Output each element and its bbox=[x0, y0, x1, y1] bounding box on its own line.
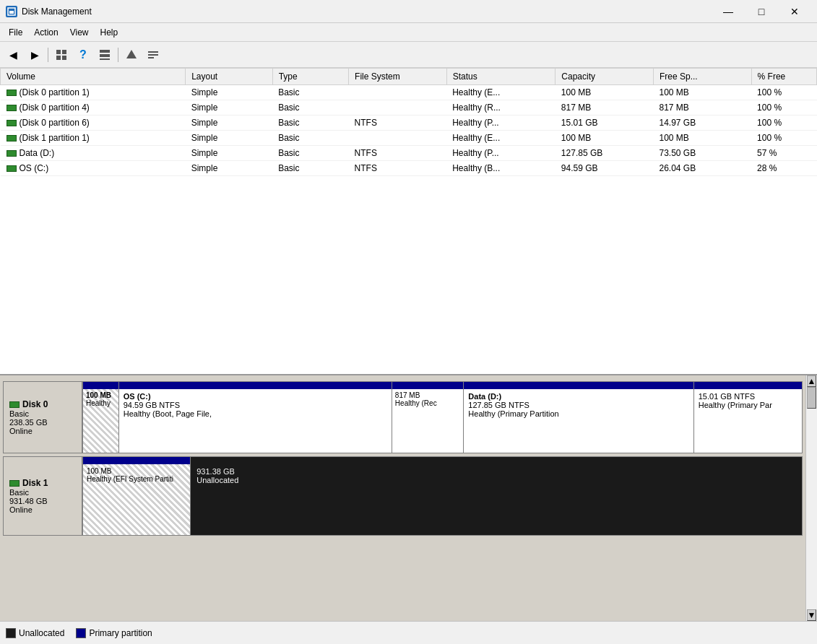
col-status[interactable]: Status bbox=[446, 69, 556, 85]
table-row[interactable]: (Disk 1 partition 1) Simple Basic Health… bbox=[1, 131, 817, 146]
table-row[interactable]: (Disk 0 partition 4) Simple Basic Health… bbox=[1, 100, 817, 116]
menu-bar: File Action View Help bbox=[0, 23, 817, 42]
svg-marker-9 bbox=[126, 50, 137, 58]
col-volume[interactable]: Volume bbox=[1, 69, 186, 85]
svg-rect-10 bbox=[148, 51, 158, 53]
disk1-partitions: 100 MB Healthy (EFI System Partiti 931.3… bbox=[83, 457, 802, 535]
d1p2-size: 931.38 GB bbox=[196, 467, 796, 476]
d0p3-status: Healthy (Rec bbox=[395, 399, 461, 407]
disk0-partitions: 100 MB Healthy OS (C:) 94.59 GB NTFS Hea… bbox=[83, 382, 802, 453]
disk0-part5[interactable]: 15.01 GB NTFS Healthy (Primary Par bbox=[694, 382, 802, 453]
main-content: Volume Layout Type File System Status Ca… bbox=[0, 68, 817, 644]
svg-rect-7 bbox=[100, 54, 110, 57]
volume-table: Volume Layout Type File System Status Ca… bbox=[0, 68, 817, 176]
show-list-button[interactable] bbox=[51, 45, 72, 65]
menu-view[interactable]: View bbox=[64, 26, 95, 39]
disk0-part2[interactable]: OS (C:) 94.59 GB NTFS Healthy (Boot, Pag… bbox=[119, 382, 392, 453]
disk1-size: 931.48 GB bbox=[9, 497, 76, 505]
menu-file[interactable]: File bbox=[3, 26, 28, 39]
disk1-part2[interactable]: 931.38 GB Unallocated bbox=[191, 457, 802, 535]
disk0-part4[interactable]: Data (D:) 127.85 GB NTFS Healthy (Primar… bbox=[464, 382, 693, 453]
col-capacity[interactable]: Capacity bbox=[556, 69, 654, 85]
up-button[interactable] bbox=[121, 45, 142, 65]
disk0-part1[interactable]: 100 MB Healthy bbox=[83, 382, 119, 453]
app-icon bbox=[6, 6, 17, 17]
table-row[interactable]: (Disk 0 partition 6) Simple Basic NTFS H… bbox=[1, 116, 817, 131]
toolbar: ◀ ▶ ? bbox=[0, 42, 817, 68]
legend-unallocated: Unallocated bbox=[6, 628, 64, 638]
maximize-button[interactable]: □ bbox=[745, 0, 778, 23]
svg-rect-8 bbox=[100, 58, 110, 60]
d0p4-name: Data (D:) bbox=[468, 392, 688, 401]
d0p5-size: 15.01 GB NTFS bbox=[699, 392, 797, 401]
d0p4-status: Healthy (Primary Partition bbox=[468, 409, 688, 418]
toolbar-separator bbox=[48, 48, 48, 62]
disk1-type: Basic bbox=[9, 488, 76, 497]
disk0-icon bbox=[9, 401, 20, 408]
svg-rect-6 bbox=[100, 50, 110, 53]
disk1-part1[interactable]: 100 MB Healthy (EFI System Partiti bbox=[83, 457, 191, 535]
scroll-up[interactable]: ▲ bbox=[807, 375, 816, 387]
svg-rect-12 bbox=[148, 57, 154, 58]
col-fs[interactable]: File System bbox=[349, 69, 447, 85]
show-tile-button[interactable] bbox=[95, 45, 115, 65]
col-free[interactable]: Free Sp... bbox=[653, 69, 751, 85]
minimize-button[interactable]: — bbox=[712, 0, 745, 23]
disk0-type: Basic bbox=[9, 409, 76, 418]
disk0-row: Disk 0 Basic 238.35 GB Online 100 MB bbox=[3, 381, 803, 453]
svg-rect-2 bbox=[56, 50, 61, 54]
d0p2-size: 94.59 GB NTFS bbox=[124, 401, 387, 409]
disk1-row: Disk 1 Basic 931.48 GB Online 100 MB bbox=[3, 456, 803, 536]
legend-bar: Unallocated Primary partition bbox=[0, 621, 817, 644]
d0p2-name: OS (C:) bbox=[124, 392, 387, 401]
help-button[interactable]: ? bbox=[73, 45, 93, 65]
disk0-part3[interactable]: 817 MB Healthy (Rec bbox=[392, 382, 464, 453]
graphical-scrollbar[interactable]: ▲ ▼ bbox=[805, 375, 817, 621]
svg-rect-11 bbox=[148, 54, 158, 56]
close-button[interactable]: ✕ bbox=[778, 0, 811, 23]
d0p5-status: Healthy (Primary Par bbox=[699, 401, 797, 409]
disk0-status: Online bbox=[9, 427, 76, 435]
d1p2-status: Unallocated bbox=[196, 476, 796, 484]
col-layout[interactable]: Layout bbox=[186, 69, 273, 85]
disk0-name: Disk 0 bbox=[9, 399, 76, 409]
d0p4-size: 127.85 GB NTFS bbox=[468, 401, 688, 409]
disk1-label: Disk 1 Basic 931.48 GB Online bbox=[4, 457, 83, 535]
svg-rect-3 bbox=[62, 50, 66, 54]
d0p1-size: 100 MB bbox=[86, 391, 116, 399]
d1p1-size: 100 MB bbox=[87, 467, 186, 475]
window-title: Disk Management bbox=[22, 6, 92, 17]
disk1-status: Online bbox=[9, 505, 76, 514]
d0p1-status: Healthy bbox=[86, 399, 116, 407]
col-type[interactable]: Type bbox=[272, 69, 348, 85]
legend-primary-label: Primary partition bbox=[89, 628, 152, 638]
legend-primary-icon bbox=[76, 628, 86, 638]
d1p1-status: Healthy (EFI System Partiti bbox=[87, 475, 186, 483]
title-bar: Disk Management — □ ✕ bbox=[0, 0, 817, 23]
d0p2-status: Healthy (Boot, Page File, bbox=[124, 409, 387, 418]
legend-unalloc-icon bbox=[6, 628, 16, 638]
toolbar-separator-2 bbox=[118, 48, 118, 62]
svg-rect-4 bbox=[56, 56, 61, 60]
table-row[interactable]: (Disk 0 partition 1) Simple Basic Health… bbox=[1, 85, 817, 100]
graphical-area: Disk 0 Basic 238.35 GB Online 100 MB bbox=[0, 375, 817, 621]
svg-rect-5 bbox=[62, 56, 66, 60]
menu-help[interactable]: Help bbox=[95, 26, 124, 39]
d0p3-size: 817 MB bbox=[395, 391, 461, 399]
properties-button[interactable] bbox=[143, 45, 163, 65]
scroll-thumb[interactable] bbox=[807, 387, 816, 409]
disk0-label: Disk 0 Basic 238.35 GB Online bbox=[4, 382, 83, 453]
table-row[interactable]: Data (D:) Simple Basic NTFS Healthy (P..… bbox=[1, 146, 817, 161]
scroll-down[interactable]: ▼ bbox=[807, 609, 816, 621]
table-row[interactable]: OS (C:) Simple Basic NTFS Healthy (B... … bbox=[1, 161, 817, 176]
legend-primary: Primary partition bbox=[76, 628, 152, 638]
disk0-size: 238.35 GB bbox=[9, 418, 76, 427]
legend-unalloc-label: Unallocated bbox=[19, 628, 64, 638]
svg-rect-1 bbox=[9, 11, 14, 14]
menu-action[interactable]: Action bbox=[28, 26, 64, 39]
volume-table-area[interactable]: Volume Layout Type File System Status Ca… bbox=[0, 68, 817, 375]
forward-button[interactable]: ▶ bbox=[25, 45, 45, 65]
disk1-icon bbox=[9, 480, 20, 487]
back-button[interactable]: ◀ bbox=[3, 45, 23, 65]
col-pct[interactable]: % Free bbox=[751, 69, 816, 85]
